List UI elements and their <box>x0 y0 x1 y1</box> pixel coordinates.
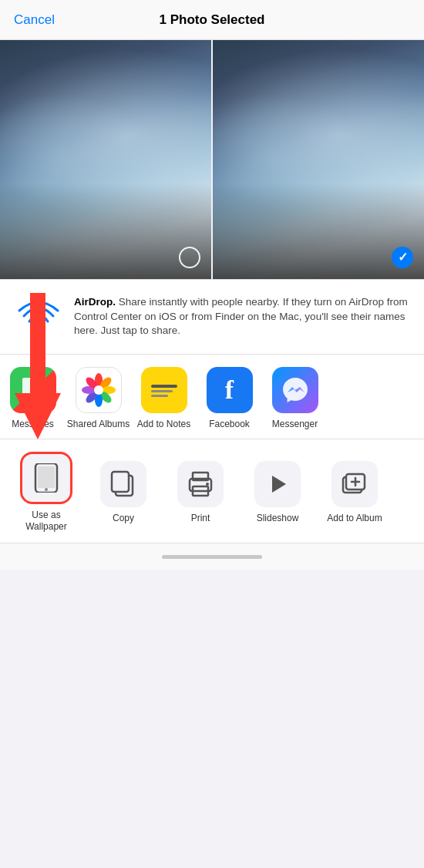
copy-label: Copy <box>113 513 134 523</box>
airdrop-section: AirDrop. Share instantly with people nea… <box>0 280 424 355</box>
facebook-icon: f <box>207 367 253 413</box>
photo-thumbnail <box>0 40 211 279</box>
share-sheet: AirDrop. Share instantly with people nea… <box>0 279 424 543</box>
photo-item-selected[interactable] <box>213 40 424 279</box>
add-to-notes-label: Add to Notes <box>137 419 190 429</box>
action-item-use-as-wallpaper[interactable]: Use asWallpaper <box>0 452 85 532</box>
slideshow-icon-box <box>254 461 301 507</box>
photos-grid <box>0 40 424 279</box>
home-indicator <box>162 555 262 559</box>
airdrop-body: Share instantly with people nearby. If t… <box>74 296 408 337</box>
wallpaper-icon-box <box>20 452 72 504</box>
svg-marker-21 <box>272 476 286 493</box>
notes-icon <box>141 367 187 413</box>
app-item-facebook[interactable]: f Facebook <box>197 367 262 429</box>
airdrop-icon <box>15 294 62 340</box>
airdrop-title: AirDrop. <box>74 296 116 308</box>
svg-point-20 <box>206 483 209 486</box>
slideshow-label: Slideshow <box>257 513 299 523</box>
add-album-icon <box>340 469 369 499</box>
airdrop-description: AirDrop. Share instantly with people nea… <box>74 295 409 339</box>
play-icon <box>263 469 292 499</box>
action-item-print[interactable]: Print <box>162 461 239 523</box>
action-item-add-to-album[interactable]: Add to Album <box>316 461 393 523</box>
apps-row: Messages <box>0 355 424 439</box>
svg-rect-16 <box>112 472 129 492</box>
shared-albums-label: Shared Albums <box>67 419 130 429</box>
print-icon-box <box>177 461 224 507</box>
phone-icon <box>34 463 59 493</box>
app-item-add-to-notes[interactable]: Add to Notes <box>131 367 197 429</box>
add-to-album-icon-box <box>331 461 378 507</box>
app-item-messages[interactable]: Messages <box>0 367 66 429</box>
action-item-copy[interactable]: Copy <box>85 461 162 523</box>
wallpaper-label: Use asWallpaper <box>25 510 67 532</box>
page-title: 1 Photo Selected <box>160 12 265 28</box>
messenger-label: Messenger <box>272 419 318 429</box>
app-item-messenger[interactable]: Messenger <box>262 367 328 429</box>
cancel-button[interactable]: Cancel <box>14 12 55 28</box>
messenger-icon <box>272 367 318 413</box>
print-label: Print <box>191 513 210 523</box>
print-icon <box>186 469 215 499</box>
shared-albums-icon <box>76 367 122 413</box>
svg-point-0 <box>34 321 43 331</box>
add-to-album-label: Add to Album <box>327 513 382 523</box>
svg-point-14 <box>45 488 48 491</box>
svg-rect-13 <box>38 466 55 488</box>
header: Cancel 1 Photo Selected <box>0 0 424 40</box>
photo-thumbnail-selected <box>213 40 424 279</box>
messages-label: Messages <box>12 419 54 429</box>
copy-icon <box>109 469 137 499</box>
actions-row: Use asWallpaper Copy Print <box>0 439 424 543</box>
app-item-shared-albums[interactable]: Shared Albums <box>66 367 131 429</box>
copy-icon-box <box>100 461 146 507</box>
selection-circle-selected[interactable] <box>392 247 413 268</box>
bottom-bar <box>0 543 424 570</box>
svg-point-10 <box>94 385 103 395</box>
facebook-label: Facebook <box>209 419 250 429</box>
action-item-slideshow[interactable]: Slideshow <box>239 461 316 523</box>
messages-icon <box>10 367 56 413</box>
photo-item-unselected[interactable] <box>0 40 213 279</box>
selection-circle-empty[interactable] <box>179 247 200 268</box>
airdrop-svg <box>15 294 62 340</box>
